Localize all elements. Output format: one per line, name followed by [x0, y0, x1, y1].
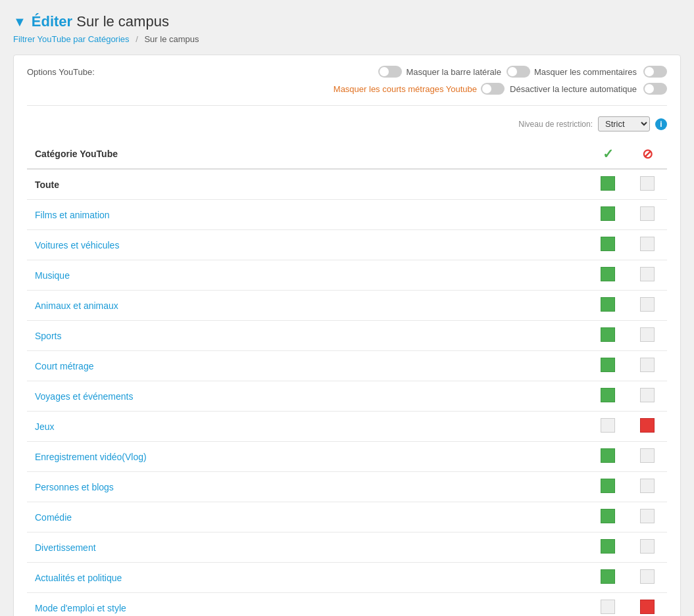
block-cell[interactable] — [628, 230, 667, 260]
option-shorts: Masquer les courts métrages Youtube — [334, 83, 505, 95]
category-name: Animaux et animaux — [27, 291, 588, 321]
checkbox-green[interactable] — [601, 206, 615, 221]
check-cell[interactable] — [588, 260, 628, 291]
info-icon[interactable]: i — [655, 118, 667, 130]
checkbox-empty-block[interactable] — [640, 448, 655, 463]
toggle-shorts[interactable] — [481, 83, 505, 95]
check-cell[interactable] — [588, 412, 628, 442]
category-name-text: Animaux et animaux — [35, 300, 118, 311]
table-row: Personnes et blogs — [27, 472, 667, 502]
category-name: Toute — [27, 169, 588, 200]
check-cell[interactable] — [588, 563, 628, 593]
block-cell[interactable] — [628, 593, 667, 617]
toggle-comments-extra-slider — [643, 66, 667, 78]
table-row: Divertissement — [27, 533, 667, 563]
toggle-comments-slider — [507, 66, 530, 78]
checkbox-empty-block[interactable] — [640, 569, 655, 584]
category-name-text: Sports — [35, 331, 61, 341]
checkbox-green[interactable] — [601, 297, 615, 312]
table-row: Films et animation — [27, 200, 667, 230]
checkbox-empty-block[interactable] — [640, 237, 655, 251]
block-header-icon: ⊘ — [642, 147, 653, 161]
checkbox-empty-block[interactable] — [640, 358, 655, 372]
block-cell[interactable] — [628, 321, 667, 351]
category-name: Musique — [27, 260, 588, 291]
check-cell[interactable] — [588, 200, 628, 230]
check-cell[interactable] — [588, 321, 628, 351]
category-name-text: Comédie — [35, 512, 72, 523]
block-cell[interactable] — [628, 200, 667, 230]
checkbox-empty-check[interactable] — [601, 600, 615, 614]
check-cell[interactable] — [588, 351, 628, 381]
checkbox-red[interactable] — [640, 418, 655, 433]
checkbox-green[interactable] — [601, 388, 615, 402]
checkbox-empty-block[interactable] — [640, 267, 655, 281]
check-cell[interactable] — [588, 502, 628, 533]
block-cell[interactable] — [628, 533, 667, 563]
table-row: Jeux — [27, 412, 667, 442]
checkbox-empty-block[interactable] — [640, 297, 655, 312]
block-cell[interactable] — [628, 442, 667, 472]
check-cell[interactable] — [588, 291, 628, 321]
breadcrumb: Filtrer YouTube par Catégories / Sur le … — [13, 34, 681, 44]
block-cell[interactable] — [628, 502, 667, 533]
option-group-line1: Masquer la barre latérale Masquer les co… — [119, 66, 667, 78]
toggle-sidebar[interactable] — [378, 66, 402, 78]
toggle-autoplay[interactable] — [643, 83, 667, 95]
col-header-category: Catégorie YouTube — [27, 139, 588, 169]
main-card: Options YouTube: Masquer la barre latéra… — [13, 55, 681, 616]
checkbox-empty-block[interactable] — [640, 388, 655, 402]
block-cell[interactable] — [628, 291, 667, 321]
check-cell[interactable] — [588, 593, 628, 617]
checkbox-empty-check[interactable] — [601, 418, 615, 433]
options-line-1: Options YouTube: Masquer la barre latéra… — [27, 66, 667, 78]
block-cell[interactable] — [628, 563, 667, 593]
checkbox-empty-block[interactable] — [640, 539, 655, 554]
checkbox-green[interactable] — [601, 237, 615, 251]
table-row: Court métrage — [27, 351, 667, 381]
toggle-comments-extra[interactable] — [643, 66, 667, 78]
checkbox-empty-block[interactable] — [640, 206, 655, 221]
page-title: Éditer Sur le campus — [32, 13, 169, 30]
checkbox-empty-block[interactable] — [640, 176, 655, 191]
check-cell[interactable] — [588, 230, 628, 260]
toggle-shorts-slider — [481, 83, 505, 95]
options-section: Options YouTube: Masquer la barre latéra… — [27, 66, 667, 106]
category-name: Mode d'emploi et style — [27, 593, 588, 617]
table-row: Musique — [27, 260, 667, 291]
page-wrapper: ▼ Éditer Sur le campus Filtrer YouTube p… — [13, 13, 681, 616]
restriction-label: Niveau de restriction: — [518, 120, 593, 129]
breadcrumb-link[interactable]: Filtrer YouTube par Catégories — [13, 34, 130, 44]
check-cell[interactable] — [588, 442, 628, 472]
checkbox-green[interactable] — [601, 327, 615, 342]
check-cell[interactable] — [588, 472, 628, 502]
col-header-block: ⊘ — [628, 139, 667, 169]
checkbox-empty-block[interactable] — [640, 509, 655, 523]
checkbox-empty-block[interactable] — [640, 479, 655, 493]
title-editer: Éditer — [32, 13, 72, 30]
checkbox-green[interactable] — [601, 448, 615, 463]
restriction-select[interactable]: Strict Modéré Aucun — [598, 116, 650, 131]
checkbox-green[interactable] — [601, 569, 615, 584]
checkbox-green[interactable] — [601, 176, 615, 191]
block-cell[interactable] — [628, 169, 667, 200]
block-cell[interactable] — [628, 351, 667, 381]
checkbox-green[interactable] — [601, 267, 615, 281]
category-name-text: Court métrage — [35, 361, 93, 371]
category-name: Court métrage — [27, 351, 588, 381]
block-cell[interactable] — [628, 412, 667, 442]
check-cell[interactable] — [588, 169, 628, 200]
block-cell[interactable] — [628, 472, 667, 502]
check-cell[interactable] — [588, 533, 628, 563]
checkbox-green[interactable] — [601, 358, 615, 372]
checkbox-green[interactable] — [601, 509, 615, 523]
check-cell[interactable] — [588, 381, 628, 412]
toggle-comments[interactable] — [507, 66, 530, 78]
checkbox-green[interactable] — [601, 539, 615, 554]
block-cell[interactable] — [628, 381, 667, 412]
checkbox-red[interactable] — [640, 600, 655, 614]
checkbox-green[interactable] — [601, 479, 615, 493]
checkbox-empty-block[interactable] — [640, 327, 655, 342]
block-cell[interactable] — [628, 260, 667, 291]
category-name: Sports — [27, 321, 588, 351]
